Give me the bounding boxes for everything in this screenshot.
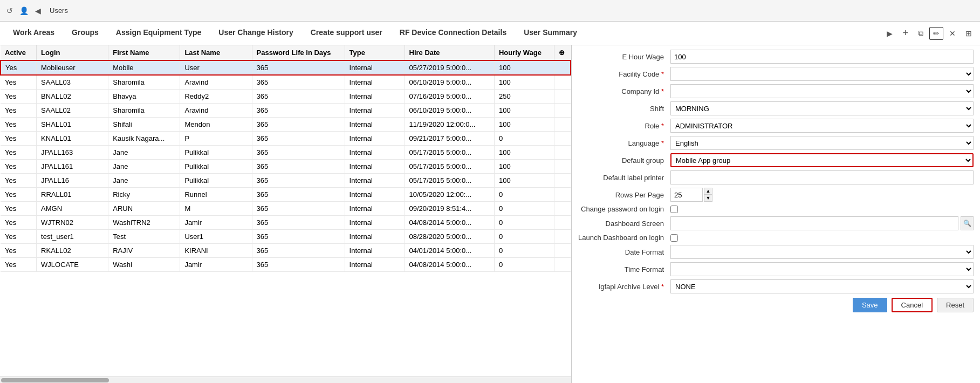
col-header-firstname: First Name [108, 45, 180, 60]
nav-forward-button[interactable]: ▶ [883, 27, 896, 40]
col-header-passlife: Password Life in Days [252, 45, 345, 60]
table-wrapper[interactable]: Active Login First Name Last Name Passwo… [0, 45, 571, 377]
shift-label: Shift [578, 105, 666, 113]
rows-per-page-up-btn[interactable]: ▲ [704, 188, 712, 195]
table-row[interactable]: YesBNALL02BhavyaReddy2365Internal07/16/2… [1, 90, 571, 104]
cell-passlife: 365 [252, 132, 345, 146]
col-header-type: Type [345, 45, 405, 60]
table-row[interactable]: YesWJLOCATEWashiJamir365Internal04/08/20… [1, 258, 571, 272]
role-label: Role [578, 122, 666, 130]
cell-login: JPALL163 [37, 146, 108, 160]
table-row[interactable]: YesSAALL03SharomilaAravind365Internal06/… [1, 75, 571, 90]
nav-add-button[interactable]: + [899, 25, 912, 41]
nav-copy-button[interactable]: ⧉ [914, 26, 927, 40]
cell-passlife: 365 [252, 118, 345, 132]
cell-login: test_user1 [37, 230, 108, 244]
dashboard-screen-input[interactable] [670, 216, 958, 230]
refresh-button[interactable]: ↺ [4, 5, 15, 16]
nav-grid-button[interactable]: ⊞ [962, 27, 976, 40]
cell-passlife: 365 [252, 160, 345, 174]
role-select[interactable]: ADMINISTRATOR [670, 119, 974, 133]
nav-user-change-history[interactable]: User Change History [210, 23, 301, 44]
cell-type: Internal [345, 146, 405, 160]
cell-active: Yes [1, 244, 37, 258]
cell-login: RRALL01 [37, 188, 108, 202]
cell-extra [554, 160, 571, 174]
e-hour-wage-label: E Hour Wage [578, 53, 666, 61]
reset-button[interactable]: Reset [937, 298, 974, 312]
nav-close-button[interactable]: ✕ [945, 27, 960, 40]
cell-type: Internal [345, 174, 405, 188]
table-row[interactable]: YesWJTRN02WashiTRN2Jamir365Internal04/08… [1, 216, 571, 230]
nav-work-areas[interactable]: Work Areas [4, 23, 63, 44]
col-header-hiredate: Hire Date [405, 45, 494, 60]
dashboard-screen-search-btn[interactable]: 🔍 [961, 216, 974, 230]
e-hour-wage-input[interactable] [670, 50, 974, 64]
cell-login: JPALL161 [37, 160, 108, 174]
cell-type: Internal [345, 90, 405, 104]
table-row[interactable]: YesRKALL02RAJIVKIRANI365Internal04/01/20… [1, 244, 571, 258]
launch-dashboard-checkbox[interactable] [670, 234, 678, 242]
company-id-select[interactable] [670, 84, 974, 98]
cell-passlife: 365 [252, 75, 345, 90]
date-format-select[interactable] [670, 245, 974, 259]
lgfapi-archive-select[interactable]: NONE [670, 279, 974, 293]
cell-passlife: 365 [252, 90, 345, 104]
nav-create-support-user[interactable]: Create support user [302, 23, 391, 44]
time-format-label: Time Format [578, 265, 666, 273]
dashboard-screen-row: 🔍 [670, 216, 974, 230]
table-row[interactable]: YesJPALL161JanePulikkal365Internal05/17/… [1, 160, 571, 174]
nav-edit-button[interactable]: ✏ [929, 27, 943, 40]
table-row[interactable]: YesSHALL01ShifaliMendon365Internal11/19/… [1, 118, 571, 132]
table-row[interactable]: YesRRALL01RickyRunnel365Internal10/05/20… [1, 188, 571, 202]
default-group-select[interactable]: Mobile App group [670, 153, 974, 167]
back-button[interactable]: ◀ [33, 5, 43, 16]
language-label: Language [578, 139, 666, 147]
cell-active: Yes [1, 202, 37, 216]
nav-user-summary[interactable]: User Summary [515, 23, 586, 44]
change-password-checkbox[interactable] [670, 206, 678, 213]
company-id-label: Company Id [578, 87, 666, 95]
time-format-select[interactable] [670, 262, 974, 276]
save-button[interactable]: Save [853, 298, 887, 312]
cell-active: Yes [1, 90, 37, 104]
rows-per-page-input[interactable] [670, 188, 703, 202]
col-header-lastname: Last Name [180, 45, 252, 60]
table-row[interactable]: YesAMGNARUNM365Internal09/20/2019 8:51:4… [1, 202, 571, 216]
right-panel: E Hour Wage Facility Code Company Id Shi… [572, 45, 980, 383]
cell-lastname: Aravind [180, 75, 252, 90]
table-row[interactable]: Yestest_user1TestUser1365Internal08/28/2… [1, 230, 571, 244]
rows-per-page-down-btn[interactable]: ▼ [704, 195, 712, 202]
shift-select[interactable]: MORNING [670, 101, 974, 115]
cell-firstname: Washi [108, 258, 180, 272]
date-format-label: Date Format [578, 248, 666, 256]
cell-extra [554, 188, 571, 202]
default-label-printer-input[interactable] [670, 170, 974, 184]
change-password-label: Change password on login [578, 205, 666, 213]
table-row[interactable]: YesJPALL16JanePulikkal365Internal05/17/2… [1, 174, 571, 188]
cell-type: Internal [345, 188, 405, 202]
nav-groups[interactable]: Groups [63, 23, 107, 44]
language-select[interactable]: English [670, 136, 974, 150]
cell-login: SAALL02 [37, 104, 108, 118]
cell-type: Internal [345, 160, 405, 174]
horizontal-scrollbar[interactable] [0, 377, 571, 383]
cell-hourlywage: 0 [494, 230, 554, 244]
nav-assign-equipment-type[interactable]: Assign Equipment Type [107, 23, 210, 44]
table-row[interactable]: YesKNALL01Kausik Nagara...P365Internal09… [1, 132, 571, 146]
facility-code-select[interactable] [670, 67, 974, 81]
table-row[interactable]: YesMobileuserMobileUser365Internal05/27/… [1, 60, 571, 75]
form-buttons: Save Cancel Reset [578, 293, 974, 314]
nav-rf-device-connection-details[interactable]: RF Device Connection Details [391, 23, 515, 44]
col-header-active: Active [1, 45, 37, 60]
user-button[interactable]: 👤 [17, 5, 31, 16]
cell-login: AMGN [37, 202, 108, 216]
cell-type: Internal [345, 202, 405, 216]
default-label-printer-label: Default label printer [578, 174, 666, 182]
cell-extra [554, 60, 571, 75]
table-row[interactable]: YesJPALL163JanePulikkal365Internal05/17/… [1, 146, 571, 160]
table-row[interactable]: YesSAALL02SharomilaAravind365Internal06/… [1, 104, 571, 118]
cancel-button[interactable]: Cancel [892, 298, 933, 312]
cell-lastname: P [180, 132, 252, 146]
cell-lastname: Pulikkal [180, 174, 252, 188]
